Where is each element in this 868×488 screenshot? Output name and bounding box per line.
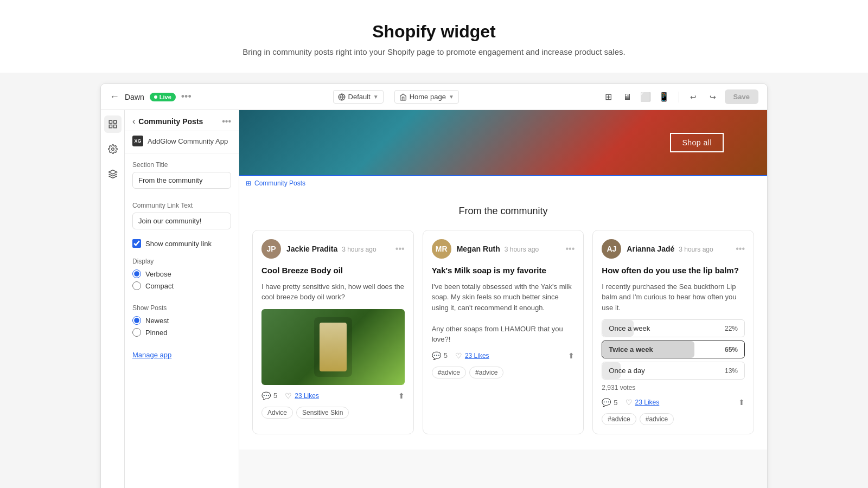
display-section: Display Verbose Compact [125,252,239,299]
sidebar-icon-apps[interactable] [104,165,122,183]
display-compact-radio[interactable] [132,281,141,290]
post-likes: ♡ 23 Likes [455,351,489,360]
top-bar-center: Default ▼ Home page ▼ [333,90,459,104]
svg-rect-2 [109,120,112,123]
live-label: Live [159,94,171,100]
post-time: 3 hours ago [505,246,539,253]
heart-icon: ♡ [285,391,292,400]
post-user-info: Jackie Pradita 3 hours ago [286,245,376,253]
post-title: How often do you use the lip balm? [602,265,745,276]
poll-option[interactable]: Once a week 22% [602,319,745,337]
post-time: 3 hours ago [342,246,376,253]
display-compact-label: Compact [145,282,174,290]
post-card-header: JP Jackie Pradita 3 hours ago ••• [261,239,405,259]
avatar-placeholder: MR [432,239,451,259]
manage-app-link[interactable]: Manage app [125,345,239,367]
post-body: I have pretty sensitive skin, how well d… [261,281,405,303]
comment-icon: 💬 [432,351,441,360]
community-link-input[interactable] [132,213,231,229]
show-community-link-checkbox[interactable] [132,239,141,248]
toolbar-divider [679,92,679,102]
default-btn[interactable]: Default ▼ [333,90,384,104]
avatar-placeholder: AJ [602,239,621,259]
toolbar-grid-icon[interactable]: ⊞ [601,89,617,105]
back-icon[interactable]: ← [110,91,119,102]
share-icon[interactable]: ⬆ [738,398,745,407]
shop-all-button[interactable]: Shop all [670,133,724,152]
post-card-header: MR Megan Ruth 3 hours ago ••• [432,239,575,259]
share-icon[interactable]: ⬆ [568,351,575,360]
post-avatar: AJ [602,239,621,259]
post-comments: 💬 5 [261,391,277,400]
store-banner: Shop all [239,110,767,175]
display-verbose-radio[interactable] [132,269,141,278]
community-link-field: Community Link Text [125,194,239,235]
post-likes: ♡ 23 Likes [285,391,319,400]
sidebar-main-col: ‹ Community Posts ••• XG AddGlow Communi… [125,110,239,488]
share-icon[interactable]: ⬆ [398,391,405,400]
default-label: Default [348,93,371,101]
post-title: Yak's Milk soap is my favorite [432,265,575,276]
display-verbose-row: Verbose [132,269,231,278]
show-community-link-row: Show community link [125,235,239,252]
post-tag: #advice [469,367,503,378]
redo-button[interactable]: ↪ [705,89,720,105]
poll-option[interactable]: Twice a week 65% [602,341,745,358]
top-bar-left: ← Dawn Live ••• [110,91,192,102]
posts-grid: JP Jackie Pradita 3 hours ago ••• Cool B… [252,230,754,434]
likes-count[interactable]: 23 Likes [635,399,660,406]
comment-icon: 💬 [602,398,611,407]
post-dots[interactable]: ••• [395,244,405,254]
sidebar-icon-sections[interactable] [104,115,122,133]
post-username: Megan Ruth [457,245,500,253]
sidebar-title: Community Posts [138,117,203,126]
editor-body: ‹ Community Posts ••• XG AddGlow Communi… [101,110,767,488]
comment-icon: 💬 [261,391,271,400]
section-label-text: Community Posts [254,179,305,187]
post-tag: #advice [602,413,636,425]
sidebar-wrapper: ‹ Community Posts ••• XG AddGlow Communi… [101,110,239,488]
post-tags: AdviceSensitive Skin [261,407,405,419]
shopify-editor: ← Dawn Live ••• Default ▼ Home page ▼ [100,84,768,488]
comment-count: 5 [444,351,448,359]
app-icon: XG [132,136,143,146]
topbar-dots[interactable]: ••• [181,91,192,102]
post-tag: #advice [432,367,466,378]
toolbar-desktop-icon[interactable]: 🖥 [619,89,635,105]
post-card-header: AJ Arianna Jadé 3 hours ago ••• [602,239,745,259]
section-label-bar: ⊞ Community Posts [239,175,767,190]
post-title: Cool Breeze Body oil [261,265,405,276]
save-button[interactable]: Save [725,89,758,104]
globe-icon [338,93,346,101]
post-dots[interactable]: ••• [736,244,745,254]
post-dots[interactable]: ••• [566,244,575,254]
section-label-icon: ⊞ [246,179,251,187]
page-subtitle: Bring in community posts right into your… [11,47,857,56]
live-badge: Live [150,93,176,101]
show-posts-newest-radio[interactable] [132,316,141,325]
sidebar-header-left: ‹ Community Posts [132,117,203,126]
homepage-chevron: ▼ [449,94,454,100]
post-tag: Sensitive Skin [296,407,349,419]
post-body: I've been totally obsessed with the Yak'… [432,281,575,345]
likes-count[interactable]: 23 Likes [295,392,319,400]
sidebar-back-arrow[interactable]: ‹ [132,117,135,126]
post-user-info: Arianna Jadé 3 hours ago [627,245,713,253]
sidebar-header-dots[interactable]: ••• [222,117,231,126]
section-title-label: Section Title [132,161,231,169]
section-title-field: Section Title [125,153,239,194]
likes-count[interactable]: 23 Likes [465,352,489,359]
default-chevron: ▼ [373,94,379,100]
svg-rect-4 [109,125,112,128]
toolbar-mobile-icon[interactable]: 📱 [656,89,672,105]
toolbar-tablet-icon[interactable]: ⬜ [637,89,654,105]
show-posts-pinned-radio[interactable] [132,328,141,337]
post-image [261,309,405,385]
section-title-input[interactable] [132,172,231,189]
sidebar-icon-settings[interactable] [104,140,122,158]
homepage-btn[interactable]: Home page ▼ [394,90,459,104]
comment-count: 5 [273,391,277,400]
undo-button[interactable]: ↩ [686,89,701,105]
poll-option[interactable]: Once a day 13% [602,362,745,380]
posts-heading: From the community [252,206,754,217]
